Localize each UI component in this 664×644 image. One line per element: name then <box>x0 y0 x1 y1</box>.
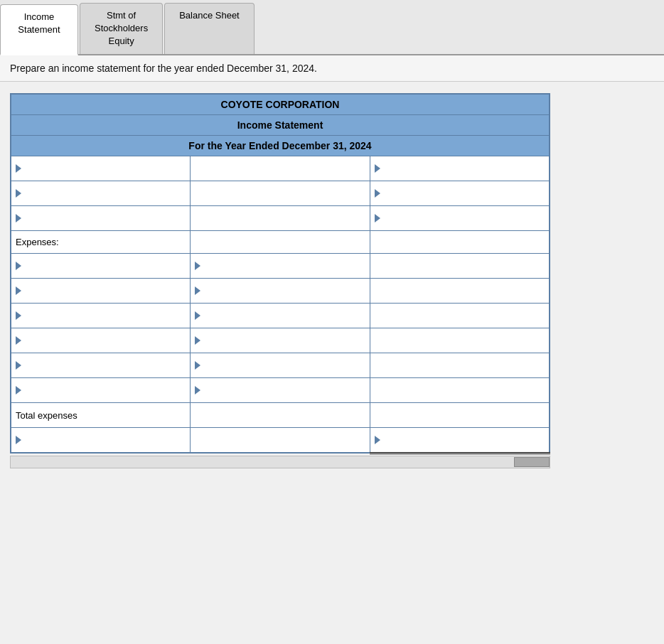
row-mid-cell-0[interactable] <box>191 156 370 181</box>
arrow-icon <box>16 336 21 345</box>
table-row-expenses-header: Expenses: <box>11 230 550 253</box>
arrow-icon <box>375 164 380 173</box>
label-input-6[interactable] <box>24 306 186 325</box>
row-mid-cell-1[interactable] <box>191 181 370 205</box>
row-right-cell-1[interactable] <box>370 181 550 205</box>
label-input-8[interactable] <box>24 356 186 375</box>
scrollbar-thumb[interactable] <box>514 457 550 467</box>
row-right-cell-8[interactable] <box>370 353 550 377</box>
row-label-cell-2[interactable] <box>11 205 191 230</box>
table-row-row8 <box>11 328 550 353</box>
right-input-6[interactable] <box>375 306 545 325</box>
tab-stmt-stockholders[interactable]: Stmt of Stockholders Equity <box>80 3 163 54</box>
table-row-row6 <box>11 278 550 303</box>
right-input-5[interactable] <box>375 281 545 300</box>
right-input-0[interactable] <box>383 159 545 178</box>
right-input-2[interactable] <box>383 209 545 227</box>
arrow-icon <box>16 214 21 222</box>
label-input-4[interactable] <box>24 257 186 275</box>
row-right-cell-0[interactable] <box>370 156 550 181</box>
row-right-cell-5[interactable] <box>370 278 550 303</box>
row-mid-cell-11[interactable] <box>191 427 370 453</box>
label-input-9[interactable] <box>24 381 186 399</box>
arrow-icon <box>16 361 21 370</box>
row-mid-cell-6[interactable] <box>191 303 370 328</box>
label-input-2[interactable] <box>24 209 186 227</box>
tabs-container: Income StatementStmt of Stockholders Equ… <box>0 0 664 55</box>
row-mid-cell-5[interactable] <box>191 278 370 303</box>
mid-input-0[interactable] <box>195 159 365 178</box>
label-input-7[interactable] <box>24 331 186 350</box>
mid-input-6[interactable] <box>203 306 365 325</box>
table-row-row9 <box>11 353 550 377</box>
total-right-cell[interactable] <box>370 402 550 427</box>
label-input-0[interactable] <box>24 159 186 178</box>
arrow-icon <box>16 262 21 270</box>
total-mid-cell[interactable] <box>191 402 370 427</box>
right-input-7[interactable] <box>375 331 545 350</box>
mid-input-8[interactable] <box>203 356 365 375</box>
mid-input-11[interactable] <box>195 431 365 449</box>
arrow-icon <box>195 286 200 295</box>
row-right-cell-2[interactable] <box>370 205 550 230</box>
right-input-4[interactable] <box>375 257 545 275</box>
row-label-cell-8[interactable] <box>11 353 191 377</box>
label-input-11[interactable] <box>24 431 186 449</box>
row-mid-cell-2[interactable] <box>191 205 370 230</box>
mid-input-5[interactable] <box>203 281 365 300</box>
arrow-icon <box>195 386 200 395</box>
arrow-icon <box>195 311 200 320</box>
arrow-icon <box>375 436 380 444</box>
mid-input-9[interactable] <box>203 381 365 399</box>
table-row-total-expenses: Total expenses <box>11 402 550 427</box>
table-row-row3 <box>11 205 550 230</box>
main-content: COYOTE CORPORATION Income Statement For … <box>0 82 664 480</box>
row-label-cell-9[interactable] <box>11 377 191 402</box>
row-right-cell-7[interactable] <box>370 328 550 353</box>
arrow-icon <box>16 164 21 173</box>
table-row-row7 <box>11 303 550 328</box>
total-label-cell: Total expenses <box>11 402 191 427</box>
statement-type-header: Income Statement <box>11 114 550 135</box>
total-mid-input[interactable] <box>195 406 365 424</box>
mid-input-2[interactable] <box>195 209 365 227</box>
table-row-net-income <box>11 427 550 453</box>
row-label-cell-4[interactable] <box>11 253 191 278</box>
total-right-input[interactable] <box>375 406 545 424</box>
expenses-label-cell: Expenses: <box>11 230 191 253</box>
right-input-11[interactable] <box>383 431 545 449</box>
row-mid-cell-8[interactable] <box>191 353 370 377</box>
row-mid-cell-9[interactable] <box>191 377 370 402</box>
row-mid-cell-4[interactable] <box>191 253 370 278</box>
row-right-cell-11[interactable] <box>370 427 550 453</box>
arrow-icon <box>16 286 21 295</box>
arrow-icon <box>16 311 21 320</box>
mid-input-4[interactable] <box>203 257 365 275</box>
right-input-8[interactable] <box>375 356 545 375</box>
tab-income-statement[interactable]: Income Statement <box>0 4 78 55</box>
row-label-cell-5[interactable] <box>11 278 191 303</box>
mid-input-1[interactable] <box>195 184 365 203</box>
right-input-1[interactable] <box>383 184 545 203</box>
arrow-icon <box>375 214 380 222</box>
row-mid-cell-7[interactable] <box>191 328 370 353</box>
row-label-cell-6[interactable] <box>11 303 191 328</box>
table-row-row2 <box>11 181 550 205</box>
row-label-cell-7[interactable] <box>11 328 191 353</box>
arrow-icon <box>195 336 200 345</box>
label-input-5[interactable] <box>24 281 186 300</box>
row-right-cell-9[interactable] <box>370 377 550 402</box>
table-row-row10 <box>11 377 550 402</box>
row-right-cell-4[interactable] <box>370 253 550 278</box>
arrow-icon <box>16 189 21 198</box>
mid-input-7[interactable] <box>203 331 365 350</box>
horizontal-scrollbar[interactable] <box>10 456 550 468</box>
row-right-cell-6[interactable] <box>370 303 550 328</box>
row-label-cell-1[interactable] <box>11 181 191 205</box>
right-input-9[interactable] <box>375 381 545 399</box>
tab-balance-sheet[interactable]: Balance Sheet <box>164 3 255 54</box>
instruction-bar: Prepare an income statement for the year… <box>0 55 664 82</box>
row-label-cell-11[interactable] <box>11 427 191 453</box>
row-label-cell-0[interactable] <box>11 156 191 181</box>
label-input-1[interactable] <box>24 184 186 203</box>
